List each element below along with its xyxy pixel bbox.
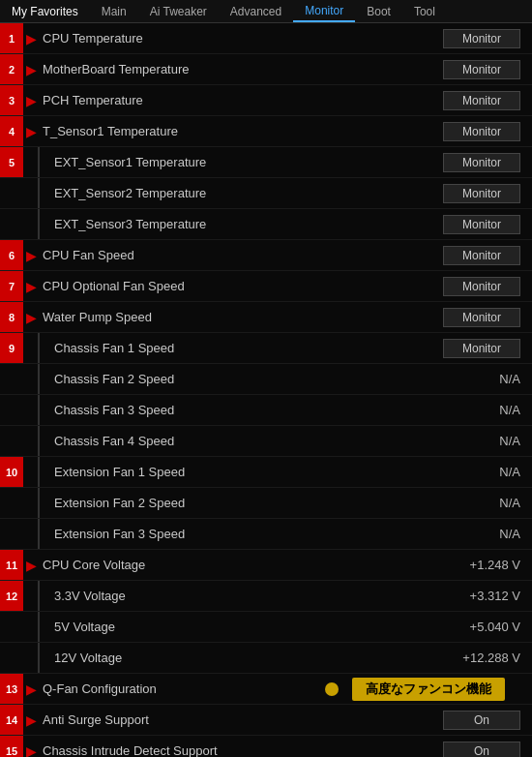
table-row: 7▶CPU Optional Fan SpeedMonitor xyxy=(0,271,532,302)
row-value: Monitor xyxy=(435,277,532,296)
row-number: 4 xyxy=(0,116,23,146)
table-row: 13▶Q-Fan Configuration高度なファンコン機能 xyxy=(0,674,532,705)
nav-item-main[interactable]: Main xyxy=(90,0,138,22)
row-value: Monitor xyxy=(435,60,532,79)
row-label: Anti Surge Support xyxy=(39,707,435,733)
table-row: Extension Fan 3 SpeedN/A xyxy=(0,519,532,550)
row-value: N/A xyxy=(435,372,532,386)
row-arrow-icon: ▶ xyxy=(23,124,39,139)
row-value: +5.040 V xyxy=(435,620,532,634)
nav-item-my-favorites[interactable]: My Favorites xyxy=(0,0,90,22)
table-row: 12V Voltage+12.288 V xyxy=(0,643,532,674)
row-label: CPU Temperature xyxy=(39,25,435,51)
row-number-empty xyxy=(0,426,23,456)
row-number: 5 xyxy=(0,147,23,177)
value-badge[interactable]: Monitor xyxy=(443,91,520,110)
group-wrapper: 5EXT_Sensor1 TemperatureMonitorEXT_Senso… xyxy=(0,147,532,240)
row-arrow-icon: ▶ xyxy=(23,558,39,573)
table-row: 10Extension Fan 1 SpeedN/A xyxy=(0,457,532,488)
table-row: 1▶CPU TemperatureMonitor xyxy=(0,23,532,54)
table-row: 15▶Chassis Intrude Detect SupportOn xyxy=(0,736,532,757)
row-number-empty xyxy=(0,178,23,208)
row-value: Monitor xyxy=(435,339,532,358)
nav-item-ai-tweaker[interactable]: Ai Tweaker xyxy=(138,0,219,22)
row-label: Q-Fan Configuration xyxy=(39,676,319,702)
row-number: 12 xyxy=(0,581,23,611)
row-value: Monitor xyxy=(435,91,532,110)
row-label: EXT_Sensor1 Temperature xyxy=(39,149,435,175)
row-value: Monitor xyxy=(435,246,532,265)
table-row: Chassis Fan 3 SpeedN/A xyxy=(0,395,532,426)
nav-item-advanced[interactable]: Advanced xyxy=(219,0,293,22)
row-label: CPU Fan Speed xyxy=(39,242,435,268)
group-wrapper: 9Chassis Fan 1 SpeedMonitorChassis Fan 2… xyxy=(0,333,532,457)
row-label: Chassis Fan 4 Speed xyxy=(39,428,435,454)
row-number: 14 xyxy=(0,705,23,735)
row-number: 11 xyxy=(0,550,23,580)
row-label: Chassis Fan 2 Speed xyxy=(39,366,435,392)
row-number: 6 xyxy=(0,240,23,270)
value-badge[interactable]: Monitor xyxy=(443,246,520,265)
row-value: On xyxy=(435,711,532,730)
row-number-empty xyxy=(0,519,23,549)
row-arrow-icon: ▶ xyxy=(23,743,39,758)
table-row: 5V Voltage+5.040 V xyxy=(0,612,532,643)
row-label: EXT_Sensor2 Temperature xyxy=(39,180,435,206)
value-badge[interactable]: Monitor xyxy=(443,153,520,172)
table-row: 2▶MotherBoard TemperatureMonitor xyxy=(0,54,532,85)
row-value: Monitor xyxy=(435,184,532,203)
row-label: Chassis Fan 1 Speed xyxy=(39,335,435,361)
row-value: On xyxy=(435,742,532,758)
row-number-empty xyxy=(0,209,23,239)
row-value: Monitor xyxy=(435,153,532,172)
group-wrapper: 123.3V Voltage+3.312 V5V Voltage+5.040 V… xyxy=(0,581,532,674)
table-row: 6▶CPU Fan SpeedMonitor xyxy=(0,240,532,271)
row-label: CPU Optional Fan Speed xyxy=(39,273,435,299)
value-badge[interactable]: Monitor xyxy=(443,215,520,234)
row-arrow-icon: ▶ xyxy=(23,31,39,46)
table-row: EXT_Sensor2 TemperatureMonitor xyxy=(0,178,532,209)
row-number-empty xyxy=(0,395,23,425)
table-row: 3▶PCH TemperatureMonitor xyxy=(0,85,532,116)
row-label: MotherBoard Temperature xyxy=(39,56,435,82)
value-badge[interactable]: Monitor xyxy=(443,60,520,79)
value-badge[interactable]: On xyxy=(443,742,520,758)
value-badge[interactable]: Monitor xyxy=(443,277,520,296)
row-arrow-icon: ▶ xyxy=(23,93,39,108)
table-row: 4▶T_Sensor1 TemperatureMonitor xyxy=(0,116,532,147)
nav-item-monitor[interactable]: Monitor xyxy=(293,0,355,22)
row-label: Extension Fan 2 Speed xyxy=(39,490,435,516)
row-arrow-icon: ▶ xyxy=(23,681,39,697)
row-label: PCH Temperature xyxy=(39,87,435,113)
table-row: 123.3V Voltage+3.312 V xyxy=(0,581,532,612)
row-value: N/A xyxy=(435,496,532,510)
value-badge[interactable]: Monitor xyxy=(443,184,520,203)
qfan-badge: 高度なファンコン機能 xyxy=(352,678,505,701)
table-row: 5EXT_Sensor1 TemperatureMonitor xyxy=(0,147,532,178)
value-badge[interactable]: Monitor xyxy=(443,339,520,358)
value-badge[interactable]: Monitor xyxy=(443,122,520,141)
row-label: Extension Fan 1 Speed xyxy=(39,459,435,485)
row-number: 2 xyxy=(0,54,23,84)
qfan-dot xyxy=(325,682,339,696)
row-label: Chassis Intrude Detect Support xyxy=(39,738,435,757)
row-label: Chassis Fan 3 Speed xyxy=(39,397,435,423)
value-badge[interactable]: On xyxy=(443,711,520,730)
row-label: CPU Core Voltage xyxy=(39,552,435,578)
nav-item-boot[interactable]: Boot xyxy=(355,0,402,22)
content: 1▶CPU TemperatureMonitor2▶MotherBoard Te… xyxy=(0,23,532,757)
nav-item-tool[interactable]: Tool xyxy=(402,0,447,22)
row-label: 5V Voltage xyxy=(39,614,435,640)
row-label: 3.3V Voltage xyxy=(39,583,435,609)
group-wrapper: 10Extension Fan 1 SpeedN/AExtension Fan … xyxy=(0,457,532,550)
row-number: 13 xyxy=(0,674,23,704)
row-value: Monitor xyxy=(435,122,532,141)
row-arrow-icon: ▶ xyxy=(23,712,39,728)
row-number: 1 xyxy=(0,23,23,53)
value-badge[interactable]: Monitor xyxy=(443,308,520,327)
row-value: N/A xyxy=(435,403,532,417)
row-arrow-icon: ▶ xyxy=(23,279,39,294)
table-row: Chassis Fan 4 SpeedN/A xyxy=(0,426,532,457)
table-row: EXT_Sensor3 TemperatureMonitor xyxy=(0,209,532,240)
value-badge[interactable]: Monitor xyxy=(443,29,520,48)
